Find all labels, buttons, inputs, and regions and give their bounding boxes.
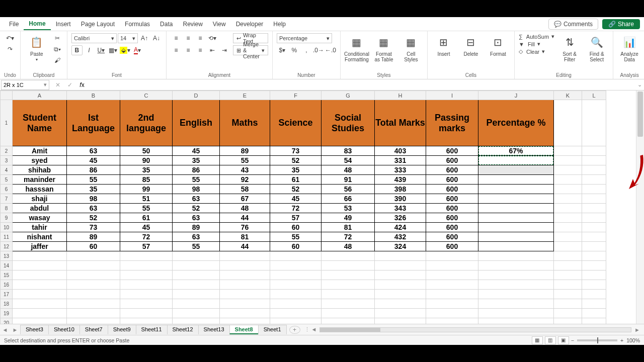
cell[interactable]: 89 [67,232,120,242]
cancel-formula-button[interactable]: ✕ [52,80,63,90]
table-header-cell[interactable]: Social Studies [321,100,375,146]
analyze-data-button[interactable]: 📊Analyze Data [617,33,641,63]
align-middle-button[interactable]: ≡ [183,33,194,43]
sheet-tab[interactable]: Sheet3 [20,325,49,334]
cell[interactable]: 63 [173,232,220,242]
cell[interactable]: wasay [13,213,67,223]
decrease-font-button[interactable]: A↓ [151,33,162,43]
cell[interactable]: 58 [220,185,270,194]
format-painter-button[interactable]: 🖌 [52,55,63,65]
align-bottom-button[interactable]: ≡ [195,33,206,43]
undo-button[interactable]: ↶▾ [5,33,16,43]
menu-help[interactable]: Help [268,19,291,30]
cell[interactable] [478,185,554,194]
bold-button[interactable]: B [71,45,83,55]
cell[interactable]: 92 [220,175,270,185]
table-header-cell[interactable]: Percentage % [478,100,554,146]
cell[interactable]: 53 [321,204,375,213]
cell[interactable]: 51 [120,194,173,204]
table-header-cell[interactable]: Student Name [13,100,67,146]
cell[interactable]: 600 [426,146,478,156]
select-all-corner[interactable] [1,91,13,100]
zoom-out-button[interactable]: − [571,337,574,343]
cell[interactable]: 67% [478,146,554,156]
cell[interactable]: 72 [120,232,173,242]
font-name-select[interactable]: Calibri▾ [71,33,117,43]
cell[interactable]: 55 [173,242,220,251]
cell[interactable]: 49 [321,213,375,223]
row-header[interactable]: 1 [1,100,13,146]
cell[interactable]: 50 [120,146,173,156]
row-header[interactable]: 10 [1,223,13,232]
table-header-cell[interactable]: Ist Language [67,100,120,146]
cell[interactable]: 60 [270,242,321,251]
table-header-cell[interactable]: English [173,100,220,146]
insert-cells-button[interactable]: ⊞Insert [432,33,456,58]
cell[interactable]: 89 [220,146,270,156]
cell[interactable]: 86 [67,165,120,175]
cell[interactable]: 432 [375,232,426,242]
format-as-table-button[interactable]: ▦Format as Table [372,33,396,63]
align-left-button[interactable]: ≡ [171,45,182,55]
cell[interactable]: 63 [67,146,120,156]
cell[interactable]: 55 [173,175,220,185]
sheet-tab[interactable]: Sheet12 [167,325,199,334]
cell[interactable]: 45 [173,146,220,156]
row-header[interactable]: 12 [1,242,13,251]
table-header-cell[interactable]: Passing marks [426,100,478,146]
cell[interactable]: 35 [270,165,321,175]
row-header[interactable]: 20 [1,318,13,324]
cell[interactable]: 600 [426,194,478,204]
sheet-nav-prev[interactable]: ◄ [0,327,10,333]
cell[interactable]: 44 [220,213,270,223]
zoom-in-button[interactable]: + [620,337,623,343]
share-button[interactable]: 🔗Share [602,19,640,29]
menu-review[interactable]: Review [178,19,207,30]
menu-view[interactable]: View [208,19,231,30]
cell[interactable]: 44 [220,242,270,251]
menu-file[interactable]: File [4,19,24,30]
sheet-tab[interactable]: Sheet13 [198,325,230,334]
comments-button[interactable]: 💬Comments [548,19,598,30]
row-header[interactable]: 8 [1,204,13,213]
fx-button[interactable]: fx [76,80,88,90]
cell[interactable]: 81 [321,223,375,232]
cell[interactable]: 600 [426,185,478,194]
cell[interactable]: 99 [120,185,173,194]
expand-formula-bar-button[interactable]: ⌄ [635,81,644,88]
cell[interactable]: 81 [220,232,270,242]
table-header-cell[interactable]: Science [270,100,321,146]
cell[interactable]: shihab [13,165,67,175]
cell[interactable] [478,232,554,242]
row-header[interactable]: 13 [1,251,13,261]
cell[interactable]: 66 [321,194,375,204]
cell[interactable]: 63 [67,204,120,213]
cell[interactable]: 89 [173,223,220,232]
cell[interactable] [478,156,554,165]
align-right-button[interactable]: ≡ [195,45,206,55]
sheet-tab[interactable]: Sheet10 [48,325,80,334]
cell[interactable]: 63 [173,194,220,204]
cell[interactable]: 52 [173,204,220,213]
fill-button[interactable]: ▼ Fill ▾ [519,41,540,47]
menu-data[interactable]: Data [155,19,178,30]
cell[interactable]: 48 [321,165,375,175]
cell[interactable]: 45 [67,156,120,165]
column-headers[interactable]: ABCDEFGHIJKL [1,91,606,100]
cell[interactable]: hasssan [13,185,67,194]
orientation-button[interactable]: ⟲▾ [207,33,218,43]
cell[interactable]: 61 [120,213,173,223]
sheet-nav-next[interactable]: ► [10,327,20,333]
row-header[interactable]: 17 [1,290,13,299]
sheet-tab[interactable]: Sheet8 [229,325,259,334]
cell[interactable]: 600 [426,242,478,251]
cell[interactable]: 73 [67,223,120,232]
cell[interactable]: 439 [375,175,426,185]
cell[interactable]: 98 [173,185,220,194]
horizontal-scrollbar[interactable] [319,327,631,332]
page-break-view-button[interactable]: ▣ [558,336,569,344]
cell[interactable]: 67 [220,194,270,204]
comma-button[interactable]: , [301,45,312,55]
cell[interactable]: 600 [426,156,478,165]
cell[interactable]: 403 [375,146,426,156]
